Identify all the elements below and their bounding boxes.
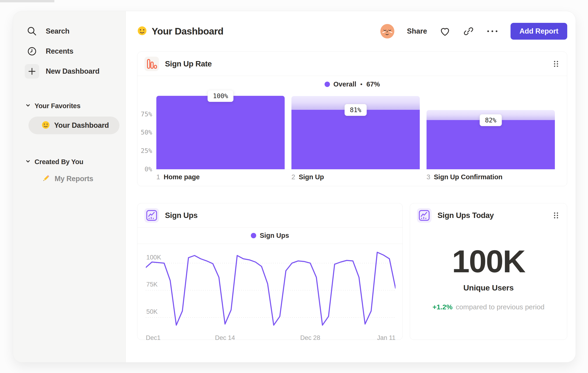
legend-label: Overall (333, 81, 356, 88)
share-button[interactable]: Share (407, 27, 427, 35)
sidebar-item-label: Your Dashboard (54, 121, 109, 130)
sidebar-section-your-favorites[interactable]: Your Favorites (25, 101, 119, 111)
link-icon[interactable] (463, 26, 474, 37)
funnel-value-label: 82% (480, 114, 502, 126)
y-tick-label: 50K (146, 308, 158, 315)
step-name: Sign Up (299, 173, 324, 181)
chevron-down-icon (25, 102, 31, 109)
legend-separator: • (360, 81, 362, 88)
clock-icon (25, 44, 39, 59)
sign-up-rate-card: Sign Up Rate Overall • 67% 0%25%50%75% 1… (137, 51, 567, 186)
x-tick-label: Dec1 (146, 334, 160, 342)
heart-icon[interactable] (439, 25, 451, 37)
avatar[interactable] (380, 24, 395, 39)
sidebar-item-your-dashboard[interactable]: Your Dashboard (29, 117, 119, 134)
funnel-converted-segment (427, 120, 555, 169)
funnel-bar-3[interactable]: 82% (427, 92, 555, 169)
card-title: Sign Up Rate (165, 60, 553, 68)
sidebar-item-label: My Reports (55, 175, 93, 183)
line-chart: 100K75K50K (146, 249, 396, 331)
step-number: 2 (291, 173, 295, 181)
sidebar-section-created-by-you[interactable]: Created By You (25, 157, 119, 167)
step-number: 1 (156, 173, 160, 181)
funnel-legend: Overall • 67% (137, 76, 567, 92)
sidebar-item-label: Recents (46, 47, 74, 55)
line-chart-svg: 100K75K50K (146, 249, 396, 331)
line-legend: Sign Ups (137, 228, 402, 244)
window-edge-strip (0, 0, 54, 2)
y-tick-label: 75K (146, 281, 158, 288)
x-tick-label: Dec 28 (300, 334, 320, 342)
line-x-labels: Dec1Dec 14Dec 28Jan 11 (146, 333, 396, 343)
add-report-button[interactable]: Add Report (511, 23, 567, 40)
plus-icon (25, 64, 39, 79)
funnel-bars: 100%81%82% (156, 92, 555, 170)
sign-ups-today-card: Sign Ups Today 100K Unique Users +1.2% c… (410, 203, 567, 340)
legend-dot (325, 81, 330, 87)
app-window: Search Recents New Dashboard Your Favori… (13, 11, 576, 363)
y-tick-label: 50% (141, 129, 152, 136)
funnel-bar-1[interactable]: 100% (156, 92, 285, 169)
funnel-chart: 0%25%50%75% 100%81%82% 1Home page2Sign U… (137, 92, 567, 181)
funnel-step-label: 2Sign Up (291, 173, 420, 181)
section-label: Created By You (34, 158, 83, 166)
page-title: Your Dashboard (137, 26, 223, 37)
metric-label: Unique Users (463, 283, 514, 292)
y-tick-label: 75% (141, 111, 152, 118)
y-tick-label: 25% (141, 147, 152, 154)
funnel-step-label: 1Home page (156, 173, 285, 181)
sidebar-item-recents[interactable]: Recents (25, 44, 119, 58)
step-number: 3 (427, 173, 430, 181)
card-title: Sign Ups Today (438, 211, 553, 220)
line-chart-icon (144, 208, 159, 223)
metric-body: 100K Unique Users +1.2% compared to prev… (410, 227, 567, 340)
metric-comparison: compared to previous period (456, 303, 544, 311)
x-tick-label: Jan 11 (377, 334, 396, 342)
search-icon (25, 24, 39, 39)
funnel-converted-segment (156, 96, 285, 169)
funnel-bar-2[interactable]: 81% (291, 92, 420, 169)
drag-handle-icon[interactable] (553, 211, 559, 220)
sidebar-item-label: New Dashboard (46, 67, 99, 76)
sidebar: Search Recents New Dashboard Your Favori… (13, 11, 126, 362)
smiley-emoji (42, 121, 50, 130)
legend-label: Sign Ups (260, 232, 289, 239)
dashboard-header: Your Dashboard Share Add Report (137, 24, 567, 39)
drag-handle-icon[interactable] (553, 60, 559, 68)
bar-chart-icon (144, 57, 159, 71)
metric-delta: +1.2% (432, 303, 452, 311)
sidebar-item-label: Search (46, 27, 70, 35)
funnel-converted-segment (291, 110, 420, 169)
funnel-y-axis: 0%25%50%75% (137, 92, 156, 170)
x-tick-label: Dec 14 (215, 334, 235, 342)
main-content: Your Dashboard Share Add Report (126, 11, 576, 362)
y-tick-label: 0% (144, 165, 152, 173)
line-chart-icon (417, 208, 431, 223)
funnel-value-label: 100% (207, 90, 233, 102)
funnel-step-label: 3Sign Up Confirmation (427, 173, 555, 181)
funnel-value-label: 81% (345, 104, 367, 116)
page-title-text: Your Dashboard (152, 26, 223, 37)
legend-dot (251, 233, 256, 238)
pencil-emoji (42, 174, 50, 184)
y-tick-label: 100K (146, 254, 161, 261)
sign-ups-card: Sign Ups Sign Ups 100K75K50K Dec1Dec 14D… (137, 203, 403, 340)
legend-value: 67% (366, 81, 380, 88)
sidebar-item-search[interactable]: Search (25, 24, 119, 38)
metric-value: 100K (452, 245, 525, 277)
card-title: Sign Ups (165, 211, 395, 220)
funnel-x-labels: 1Home page2Sign Up3Sign Up Confirmation (156, 173, 555, 181)
step-name: Sign Up Confirmation (434, 173, 502, 181)
section-label: Your Favorites (34, 102, 81, 110)
ellipsis-icon[interactable] (486, 29, 498, 34)
smiley-emoji (137, 26, 147, 37)
sidebar-item-my-reports[interactable]: My Reports (29, 174, 119, 184)
chevron-down-icon (25, 159, 31, 165)
sidebar-item-new-dashboard[interactable]: New Dashboard (25, 64, 119, 78)
step-name: Home page (164, 173, 200, 181)
